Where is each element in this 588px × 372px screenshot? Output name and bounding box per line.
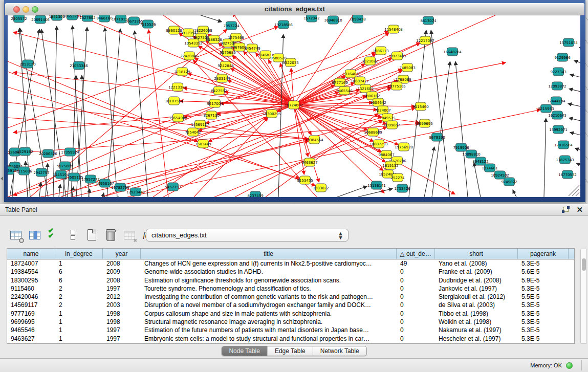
graph-edge[interactable] <box>71 141 309 197</box>
graph-node[interactable]: 9699695 <box>417 119 432 127</box>
column-header-4[interactable]: △ out_de… <box>397 249 435 259</box>
graph-edge[interactable] <box>570 133 580 136</box>
show-columns-icon[interactable] <box>28 228 41 242</box>
graph-node[interactable]: 19384554 <box>305 136 323 144</box>
graph-node[interactable]: 1321022 <box>362 57 378 65</box>
graph-node[interactable]: 7254042 <box>185 128 201 136</box>
graph-edge[interactable] <box>26 161 28 197</box>
column-header-1[interactable]: in_degree <box>55 249 103 259</box>
column-header-0[interactable]: name <box>7 249 55 259</box>
graph-edge[interactable] <box>39 182 41 197</box>
graph-node[interactable]: 15992971 <box>549 125 568 134</box>
graph-edge[interactable] <box>214 127 387 197</box>
graph-node[interactable]: 9417004 <box>207 99 223 107</box>
graph-node[interactable]: 9153455 <box>297 176 313 184</box>
graph-node[interactable]: 8860128 <box>166 26 182 34</box>
network-table-select[interactable]: citations_edges.txt ▲▼ <box>146 229 349 242</box>
graph-edge[interactable] <box>455 61 468 197</box>
graph-node[interactable]: 9129966 <box>554 53 571 61</box>
graph-edge[interactable] <box>579 47 580 50</box>
graph-edge[interactable] <box>431 30 450 197</box>
row-boxes-icon[interactable] <box>66 228 79 242</box>
graph-edge[interactable] <box>513 190 516 197</box>
select-checks-icon[interactable]: ✔✔ <box>47 228 60 242</box>
graph-node[interactable]: 9115460 <box>412 102 428 111</box>
graph-node[interactable]: 2803144 <box>214 74 230 82</box>
graph-edge[interactable] <box>576 163 580 166</box>
graph-node[interactable]: 1733426 <box>394 184 410 192</box>
graph-edge[interactable] <box>575 148 580 151</box>
graph-edge[interactable] <box>568 103 580 107</box>
graph-edge[interactable] <box>544 118 546 197</box>
graph-node[interactable]: 7224007 <box>375 106 390 114</box>
graph-node[interactable]: 19756928 <box>395 143 413 151</box>
tab-network-table[interactable]: Network Table <box>313 346 366 356</box>
graph-node[interactable]: 9463627 <box>301 158 317 166</box>
table-row[interactable]: 969969511998Structural magnetic resonanc… <box>7 318 574 326</box>
graph-node[interactable]: 19218586 <box>274 20 293 29</box>
graph-node[interactable]: 10653257 <box>63 15 81 20</box>
graph-node[interactable]: 17016504 <box>554 141 573 149</box>
graph-edge[interactable] <box>105 28 117 197</box>
graph-node[interactable]: 1527602 <box>79 15 95 21</box>
table-row[interactable]: 946362711997Embryonic stem cells: a mode… <box>7 335 574 343</box>
graph-node[interactable]: 12093872 <box>548 82 567 90</box>
graph-node[interactable]: 12444194 <box>547 97 565 105</box>
memory-ok-indicator-icon[interactable] <box>566 362 573 369</box>
column-header-3[interactable]: title <box>141 249 397 259</box>
graph-node[interactable]: 9242848 <box>217 61 233 70</box>
graph-edge[interactable] <box>294 105 455 194</box>
graph-node[interactable]: 16946910 <box>324 16 342 24</box>
graph-node[interactable]: 1841309 <box>49 15 64 20</box>
graph-node[interactable]: 8215953 <box>538 104 554 113</box>
graph-edge[interactable] <box>574 60 580 63</box>
table-scrollbar[interactable] <box>580 249 587 344</box>
graph-node[interactable]: 15751074 <box>559 38 578 47</box>
table-row[interactable]: 1938455462009Genome-wide association stu… <box>7 268 574 276</box>
table-row[interactable]: 946554611997Estimation of the future num… <box>7 326 574 334</box>
graph-node[interactable]: 8813074 <box>420 16 437 25</box>
graph-node[interactable]: 11875343 <box>556 156 574 164</box>
graph-edge[interactable] <box>168 15 222 22</box>
graph-edge[interactable] <box>148 30 168 197</box>
graph-node[interactable]: 16648784 <box>443 48 462 56</box>
graph-node[interactable]: 17359924 <box>61 148 79 156</box>
new-table-icon[interactable] <box>85 228 98 242</box>
graph-edge[interactable] <box>569 89 580 92</box>
graph-node[interactable]: 14569117 <box>191 120 209 128</box>
table-row[interactable]: 977716911998Corpus callosum shape and si… <box>7 310 574 318</box>
graph-edge[interactable] <box>188 73 294 105</box>
scrollbar-thumb[interactable] <box>582 258 586 271</box>
graph-edge[interactable] <box>358 189 393 197</box>
graph-node[interactable]: 8237459 <box>247 191 263 197</box>
graph-node[interactable]: 20206526 <box>39 149 57 158</box>
graph-edge[interactable] <box>409 30 426 197</box>
graph-edge[interactable] <box>8 52 376 174</box>
graph-node[interactable]: 21053346 <box>70 61 88 70</box>
graph-node[interactable]: 1303022 <box>313 184 329 192</box>
close-panel-icon[interactable]: ✕ <box>576 205 583 214</box>
table-row[interactable]: 1872400712008Changes of HCN gene express… <box>7 259 574 268</box>
graph-node[interactable]: 1572342 <box>303 15 319 22</box>
graph-edge[interactable] <box>474 163 481 197</box>
graph-edge[interactable] <box>59 184 60 197</box>
table-mode-icon[interactable] <box>9 228 23 242</box>
table-row[interactable]: 1456911722003Disruption of a novel membe… <box>7 301 574 309</box>
column-header-5[interactable]: short <box>435 249 518 259</box>
table-row[interactable]: 911546021997Tourette syndrome. Phenomeno… <box>7 285 574 293</box>
graph-edge[interactable] <box>135 31 148 197</box>
panel-collapse-arrow-icon[interactable] <box>1 177 3 181</box>
graph-node[interactable]: 252274 <box>391 173 405 182</box>
graph-node[interactable]: 8427552 <box>211 86 227 95</box>
table-row[interactable]: 1830029562008Estimation of significance … <box>7 276 574 285</box>
graph-node[interactable]: 1986173 <box>373 47 388 55</box>
graph-node[interactable]: 12213382 <box>168 83 187 91</box>
graph-edge[interactable] <box>569 118 580 121</box>
column-header-6[interactable]: pagerank <box>518 249 569 259</box>
graph-node[interactable]: 18107554 <box>165 97 183 105</box>
float-panel-icon[interactable] <box>562 206 570 214</box>
graph-node[interactable]: 20691406 <box>31 15 50 24</box>
graph-node[interactable]: 2405572 <box>11 15 27 23</box>
network-view-canvas[interactable]: 1872400788601288912954182260589827509105… <box>8 15 580 197</box>
graph-node[interactable]: 15136141 <box>367 181 386 189</box>
